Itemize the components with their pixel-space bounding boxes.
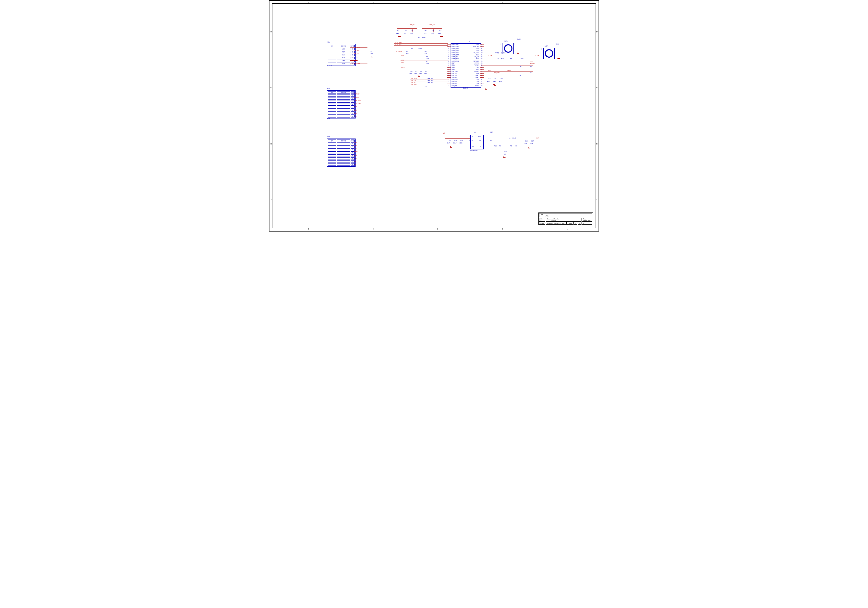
wire bbox=[410, 79, 450, 79]
ground-icon bbox=[557, 57, 560, 59]
net-vbat-out: VBAT bbox=[536, 137, 539, 139]
d1-right-pin-name-7: GND5 bbox=[468, 58, 479, 60]
c1-ref: C1 bbox=[397, 30, 399, 31]
ant2-ref: ANT2 bbox=[495, 52, 499, 54]
inner-frame: 5 4 3 2 1 5 4 3 2 1 D C B A D C B A XS1 … bbox=[272, 3, 596, 228]
xs1-sig2: SIM_CLK bbox=[354, 53, 359, 54]
wire bbox=[481, 46, 502, 46]
d1-left-pin-name-6: UART1_RI bbox=[451, 56, 457, 58]
c15-val: 22uF bbox=[447, 142, 450, 144]
d1-left-pin-name-14: USB_DP bbox=[451, 73, 457, 74]
c3-val: 0.1uF bbox=[370, 53, 374, 54]
c9-val: 33pF bbox=[424, 73, 427, 74]
wire bbox=[447, 82, 451, 82]
wire bbox=[480, 51, 484, 51]
xs1-sig5: SIM_DATA bbox=[354, 63, 360, 64]
d1-left-pin-name-19: SIM_RST bbox=[451, 83, 457, 84]
xs1-r1-name: RST bbox=[337, 51, 350, 53]
d1-right-pin-name-14: GND6 bbox=[468, 73, 479, 74]
d1-right-pin-name-4: RF_SYNC bbox=[468, 52, 479, 53]
d1-right-pin-name-3: GND3 bbox=[468, 50, 479, 51]
wire bbox=[480, 46, 484, 47]
zone-left-a: A bbox=[270, 199, 272, 201]
wire bbox=[480, 84, 484, 84]
wire bbox=[481, 60, 530, 60]
r4-val: 4.7K bbox=[431, 32, 434, 34]
wire bbox=[480, 49, 484, 49]
tb-docnum-value: <Doc> bbox=[547, 220, 556, 221]
d1-right-pin-name-11: ADC bbox=[468, 67, 479, 68]
r11-ref: R11 bbox=[427, 77, 430, 79]
xs1-part: Micro SIM bbox=[327, 65, 333, 66]
xs1-r2-name: CLK bbox=[337, 54, 350, 56]
zone-top-5: 5 bbox=[308, 2, 309, 4]
r10-val: 10K bbox=[504, 153, 506, 155]
v1-val: S8050 bbox=[422, 37, 425, 39]
xs1-sig0: SIM_VDD bbox=[354, 46, 360, 48]
ant3-ref: ANT3 bbox=[545, 45, 548, 47]
n1-bst: BST bbox=[478, 136, 481, 137]
c16-val: 0.1uF bbox=[453, 142, 457, 144]
r8-ref: R8 bbox=[530, 66, 532, 68]
xs2-sig7: GND bbox=[354, 116, 357, 117]
net-vdd-ext3: VDD_EXT bbox=[494, 72, 499, 73]
d1-right-pin-name-0: GND1 bbox=[468, 44, 479, 45]
wire bbox=[447, 51, 451, 51]
r-array-val: 22R bbox=[425, 86, 427, 87]
ground-icon bbox=[516, 52, 519, 54]
xs3-connector: 去向电路特性序号 1 2 3 4 5 6 7 8 bbox=[327, 139, 356, 167]
wire bbox=[480, 86, 484, 86]
wire bbox=[483, 147, 510, 147]
xs2-connector: 去向电路特性序号 1 2 3 4 5 6 7 8 bbox=[327, 90, 356, 119]
xs3-ref: XS3 bbox=[327, 136, 330, 138]
ground-icon bbox=[440, 35, 442, 37]
wire bbox=[447, 63, 451, 63]
wire bbox=[397, 28, 417, 29]
c17-val: 0.1uF bbox=[530, 143, 533, 144]
ground-icon bbox=[502, 156, 505, 158]
wire bbox=[422, 28, 442, 29]
c1-val: 0.1uF bbox=[396, 32, 399, 34]
zone-top-3: 3 bbox=[437, 2, 438, 4]
zone-right-c: C bbox=[596, 87, 598, 89]
xs1-hdr1: 电路特性 bbox=[337, 45, 350, 47]
l1-ref: L1 bbox=[509, 137, 510, 139]
net-bt-ant2: BT_ANT bbox=[535, 54, 539, 56]
xs2-ref: XS2 bbox=[327, 88, 330, 89]
d1-left-pin-name-8: UART2_RXD bbox=[451, 60, 459, 62]
c11-ref: C11 bbox=[494, 78, 497, 79]
ant3-p2: 2 bbox=[555, 56, 555, 57]
zone-right-a: A bbox=[596, 199, 598, 201]
c3-ref: C3 bbox=[370, 51, 372, 52]
d1-left-pin-name-2: UART1_RTS bbox=[451, 48, 459, 50]
d1-left-pin-name-11: SPKP bbox=[451, 67, 455, 68]
wire bbox=[480, 67, 484, 68]
c13-val: 100uF bbox=[524, 143, 527, 144]
r1-val: 47K bbox=[404, 32, 406, 34]
net-vdd-ext: VDD_EXT bbox=[429, 24, 435, 25]
n1-gnd: GND bbox=[471, 145, 474, 147]
xs2-sig0: PWRKEY bbox=[354, 93, 360, 95]
ground-icon bbox=[493, 84, 495, 85]
ant3-label: MAIN bbox=[556, 43, 559, 45]
xs1-r4-name: VPP bbox=[337, 60, 350, 62]
xs1-sig1: SIM_RST bbox=[354, 50, 360, 51]
led2-ref: LED2 bbox=[520, 58, 524, 59]
wire bbox=[447, 65, 451, 65]
r14-ref: R14 bbox=[460, 140, 463, 141]
c7-val: 33pF bbox=[414, 73, 417, 74]
wire bbox=[480, 73, 484, 74]
xs3-sig1: MICN bbox=[354, 145, 357, 146]
d1-left-pin-name-20: SIM_VDD bbox=[451, 85, 457, 87]
wire bbox=[480, 53, 484, 53]
r15-ref: R15 bbox=[494, 145, 497, 147]
l1-val: 6.8uH bbox=[512, 137, 516, 139]
net-vdd-io: VDD_IO bbox=[410, 24, 414, 25]
c12-val: 100uF bbox=[499, 80, 502, 82]
ground-icon bbox=[417, 75, 420, 77]
c17-ref: C17 bbox=[531, 140, 534, 142]
r4-ref: R4 bbox=[432, 30, 434, 31]
xs2-hdr0: 去向 bbox=[328, 91, 336, 94]
r9-ref: R9 bbox=[510, 145, 512, 147]
d1-right-pin-name-5: GND4 bbox=[468, 54, 479, 56]
